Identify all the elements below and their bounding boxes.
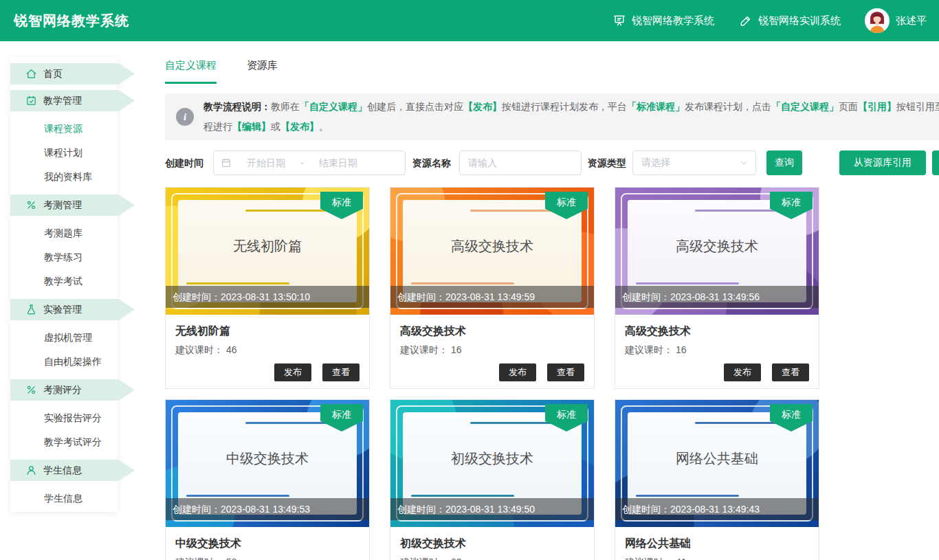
course-title: 中级交换技术: [175, 537, 360, 551]
header-nav-label: 锐智网络实训系统: [758, 14, 841, 27]
sidebar-item-教学考试[interactable]: 教学考试: [10, 269, 118, 293]
course-card: 无线初阶篇创建时间：2023-08-31 13:50:10标准无线初阶篇建议课时…: [165, 187, 370, 389]
publish-button[interactable]: 发布: [724, 363, 761, 381]
banner-text-segment: 页面: [839, 101, 858, 112]
banner-text-segment: 【编辑】: [232, 121, 271, 132]
course-card-actions: 发布查看: [400, 363, 584, 381]
date-range-picker[interactable]: -: [213, 150, 406, 175]
view-button[interactable]: 查看: [772, 363, 809, 381]
course-cover[interactable]: 高级交换技术创建时间：2023-08-31 13:49:59标准: [390, 188, 594, 315]
resource-type-select[interactable]: 请选择: [632, 150, 756, 175]
end-date-input[interactable]: [304, 157, 373, 168]
sidebar-group-实验管理[interactable]: 实验管理: [10, 299, 135, 320]
sidebar-group-学生信息[interactable]: 学生信息: [10, 460, 135, 481]
suggested-hours: 建议课时： 16: [625, 344, 809, 357]
tab-资源库[interactable]: 资源库: [247, 59, 278, 84]
suggested-hours: 建议课时： 58: [175, 557, 360, 560]
sidebar-item-学生信息[interactable]: 学生信息: [10, 486, 118, 511]
course-card: 初级交换技术创建时间：2023-08-31 13:49:50标准初级交换技术建议…: [390, 399, 595, 560]
banner-text-segment: 【发布】: [280, 121, 319, 132]
banner-text-segment: 。: [319, 121, 329, 132]
banner-line-1: 教学流程说明：教师在「自定义课程」创建后，直接点击对应【发布】按钮进行课程计划发…: [203, 97, 939, 117]
percent-icon: [25, 199, 37, 211]
sidebar-item-虚拟机管理[interactable]: 虚拟机管理: [10, 326, 118, 350]
sidebar-item-考测题库[interactable]: 考测题库: [10, 221, 118, 245]
created-time-overlay: 创建时间：2023-08-31 13:49:59: [390, 286, 594, 308]
banner-text-segment: 发布课程计划，点击: [685, 101, 771, 112]
calendar-check-icon: [25, 95, 37, 107]
course-title: 无线初阶篇: [175, 324, 360, 339]
header-nav: 锐智网络教学系统锐智网络实训系统: [612, 14, 841, 27]
sidebar-group-label: 学生信息: [43, 464, 82, 477]
header-nav-item-1[interactable]: 锐智网络教学系统: [612, 14, 714, 27]
view-button[interactable]: 查看: [547, 363, 584, 381]
publish-button[interactable]: 发布: [274, 363, 311, 381]
course-title: 高级交换技术: [625, 324, 809, 339]
main-content: 自定义课程资源库 i 教学流程说明：教师在「自定义课程」创建后，直接点击对应【发…: [165, 41, 939, 560]
sidebar-group-首页[interactable]: 首页: [10, 63, 135, 85]
percent-icon: [25, 384, 37, 396]
course-card-actions: 发布查看: [625, 363, 809, 381]
sidebar-item-自由机架操作[interactable]: 自由机架操作: [10, 350, 118, 374]
banner-text: 教学流程说明：教师在「自定义课程」创建后，直接点击对应【发布】按钮进行课程计划发…: [203, 97, 939, 137]
info-icon: i: [176, 108, 194, 126]
course-card-info: 高级交换技术建议课时： 16发布查看: [390, 315, 594, 388]
sidebar-item-我的资料库[interactable]: 我的资料库: [10, 165, 118, 189]
filter-bar: 创建时间 - 资源名称 资源类型 请选择 查询 从资源库引用: [165, 150, 939, 175]
sidebar-item-课程计划[interactable]: 课程计划: [10, 141, 118, 165]
course-card-info: 无线初阶篇建议课时： 46发布查看: [166, 315, 369, 388]
banner-text-segment: 【引用】: [858, 101, 896, 112]
banner-text-segment: 「标准课程」: [627, 101, 685, 112]
publish-button[interactable]: 发布: [499, 363, 536, 381]
course-title: 网络公共基础: [625, 537, 809, 551]
calendar-icon: [221, 157, 232, 168]
resource-name-label: 资源名称: [412, 150, 451, 175]
banner-text-segment: 「自定义课程」: [300, 101, 367, 112]
view-button[interactable]: 查看: [322, 363, 360, 381]
start-date-input[interactable]: [232, 157, 300, 168]
course-cover[interactable]: 网络公共基础创建时间：2023-08-31 13:49:43标准: [615, 400, 819, 527]
course-card-info: 网络公共基础建议课时： 41发布查看: [615, 527, 819, 560]
header-right: 锐智网络教学系统锐智网络实训系统 张述平: [612, 8, 927, 34]
banner-text-segment: 按钮引用至课: [896, 101, 939, 112]
sidebar-group-教学管理[interactable]: 教学管理: [10, 90, 135, 111]
banner-text-segment: 或: [271, 121, 280, 132]
sidebar-item-教学考试评分[interactable]: 教学考试评分: [10, 430, 118, 454]
banner-text-segment: 教学流程说明：: [203, 101, 271, 112]
course-card: 高级交换技术创建时间：2023-08-31 13:49:56标准高级交换技术建议…: [615, 187, 819, 389]
sidebar-item-课程资源[interactable]: 课程资源: [10, 117, 118, 141]
resource-name-input[interactable]: [459, 150, 582, 175]
course-card: 高级交换技术创建时间：2023-08-31 13:49:59标准高级交换技术建议…: [390, 187, 595, 389]
home-icon: [25, 68, 37, 80]
user-name: 张述平: [896, 14, 927, 27]
header-nav-item-2[interactable]: 锐智网络实训系统: [739, 14, 841, 27]
course-cover[interactable]: 无线初阶篇创建时间：2023-08-31 13:50:10标准: [166, 188, 369, 315]
sidebar-group-考测管理[interactable]: 考测管理: [10, 194, 135, 216]
created-time-label: 创建时间: [165, 150, 203, 175]
banner-text-segment: 【发布】: [463, 101, 502, 112]
banner-line-2: 程进行【编辑】或【发布】。: [203, 117, 939, 137]
sidebar-group-label: 首页: [43, 68, 63, 80]
course-cover[interactable]: 中级交换技术创建时间：2023-08-31 13:49:53标准: [166, 400, 369, 527]
app-title: 锐智网络教学系统: [14, 12, 129, 30]
sidebar-item-实验报告评分[interactable]: 实验报告评分: [10, 406, 118, 430]
user-menu[interactable]: 张述平: [864, 8, 927, 34]
search-button[interactable]: 查询: [766, 150, 802, 175]
sidebar-group-考测评分[interactable]: 考测评分: [10, 379, 135, 401]
edge-clipped-button[interactable]: [932, 150, 939, 175]
course-card: 网络公共基础创建时间：2023-08-31 13:49:43标准网络公共基础建议…: [615, 399, 819, 560]
created-time-overlay: 创建时间：2023-08-31 13:49:43: [615, 498, 819, 520]
sidebar-item-教学练习[interactable]: 教学练习: [10, 245, 118, 269]
tab-自定义课程[interactable]: 自定义课程: [165, 59, 217, 84]
pencil-icon: [739, 14, 753, 27]
import-from-library-button[interactable]: 从资源库引用: [839, 150, 926, 175]
banner-text-segment: 按钮进行课程计划发布，平台: [502, 101, 627, 112]
suggested-hours: 建议课时： 46: [175, 344, 360, 357]
course-cover[interactable]: 初级交换技术创建时间：2023-08-31 13:49:50标准: [390, 400, 594, 527]
suggested-hours: 建议课时： 62: [400, 557, 584, 560]
tab-bar: 自定义课程资源库: [165, 59, 939, 84]
banner-text-segment: 「自定义课程」: [771, 101, 839, 112]
course-cover[interactable]: 高级交换技术创建时间：2023-08-31 13:49:56标准: [615, 188, 819, 315]
flask-icon: [25, 304, 37, 315]
sidebar-group-label: 教学管理: [43, 95, 82, 107]
